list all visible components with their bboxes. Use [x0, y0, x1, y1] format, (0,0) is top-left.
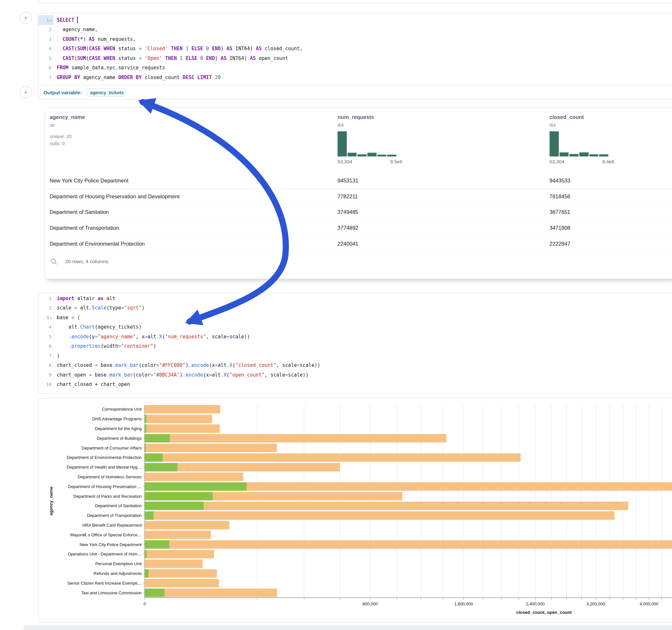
- histogram-bar: [559, 152, 569, 156]
- viewport-bottom-strip: [23, 626, 672, 630]
- table-row[interactable]: Department of Sanitation37494853677651: [45, 204, 672, 220]
- table-cell: 7618456: [549, 193, 570, 199]
- chart-output-cell: [38, 398, 672, 623]
- histogram-bar: [347, 153, 357, 156]
- histogram-bar: [589, 154, 599, 156]
- table-cell: 2222847: [549, 241, 570, 247]
- line-number: 1∨: [39, 15, 53, 25]
- add-cell-button[interactable]: +: [20, 12, 32, 24]
- line-number: 3: [39, 34, 53, 44]
- column-name: closed_count: [549, 114, 614, 120]
- histogram-bar: [579, 152, 589, 156]
- table-cell: 3749485: [337, 209, 358, 215]
- column-type: str: [50, 122, 85, 128]
- code-line[interactable]: 9chart_open = base.mark_bar(color="#8BC3…: [39, 370, 672, 380]
- result-table: agency_name str unique: 20 nulls: 0 num_…: [45, 107, 672, 279]
- line-number: 2: [39, 303, 53, 313]
- line-number: 6: [39, 342, 53, 351]
- histogram-min-label: 53,304: [337, 159, 352, 164]
- histogram-bar: [357, 154, 367, 156]
- code-line[interactable]: 2 agency_name,: [39, 25, 672, 35]
- table-row[interactable]: Department of Transportation377489234719…: [45, 220, 672, 236]
- table-cell: Department of Environmental Protection: [50, 241, 145, 247]
- histogram-bar: [599, 154, 608, 156]
- column-header-agency-name[interactable]: agency_name str unique: 20 nulls: 0: [50, 114, 85, 147]
- column-histogram: [337, 130, 397, 156]
- code-line[interactable]: 2scale = alt.Scale(type="sqrt"): [39, 303, 672, 313]
- line-number: 2: [39, 25, 53, 35]
- fold-chevron-icon[interactable]: ∨: [49, 316, 52, 319]
- search-icon[interactable]: [50, 258, 57, 265]
- code-line[interactable]: 1∨SELECT: [39, 15, 672, 25]
- table-cell: 9443533: [549, 177, 570, 184]
- column-name: num_requests: [337, 114, 402, 120]
- code-line[interactable]: 5 .encode(y="agency_name", x=alt.X("num_…: [39, 332, 672, 342]
- output-variable-pill[interactable]: agency_tickets: [87, 89, 125, 97]
- histogram-min-label: 53,304: [549, 159, 565, 164]
- line-number: 6: [39, 63, 53, 73]
- table-footer: 20 rows, 4 columns: [45, 252, 672, 271]
- table-row[interactable]: Department of Housing Preservation and D…: [45, 189, 672, 204]
- code-line[interactable]: 10chart_closed + chart_open: [39, 380, 672, 390]
- table-row[interactable]: New York City Police Department945313194…: [45, 173, 672, 189]
- table-cell: 2240041: [337, 241, 358, 247]
- line-number: 5: [39, 332, 53, 342]
- column-type: i64: [549, 122, 614, 128]
- table-cell: Department of Transportation: [50, 225, 119, 231]
- histogram-bar: [367, 153, 377, 156]
- table-cell: New York City Police Department: [50, 177, 128, 184]
- table-cell: 3677651: [549, 209, 570, 215]
- code-line[interactable]: 5 CAST(SUM(CASE WHEN status = 'Open' THE…: [39, 53, 672, 63]
- histogram-bar: [387, 154, 397, 156]
- table-body: New York City Police Department945313194…: [45, 173, 672, 252]
- histogram-max-label: 9.4e6: [602, 159, 614, 164]
- row-count-label: 20 rows, 4 columns: [65, 259, 109, 264]
- code-line[interactable]: 7GROUP BY agency_name ORDER BY closed_co…: [39, 73, 672, 82]
- previous-cell-edge: [38, 0, 672, 3]
- line-number: 8: [39, 361, 53, 370]
- line-number: 9: [39, 370, 53, 380]
- histogram-bar: [337, 131, 347, 156]
- code-line[interactable]: 8chart_closed = base.mark_bar(color="#FF…: [39, 361, 672, 370]
- column-name: agency_name: [50, 114, 85, 120]
- code-line[interactable]: 3∨base = (: [39, 313, 672, 322]
- column-histogram: [549, 130, 608, 156]
- histogram-bar: [549, 131, 559, 156]
- table-cell: 3774892: [337, 225, 358, 231]
- line-number: 4: [39, 322, 53, 332]
- sql-editor[interactable]: 1∨SELECT 2 agency_name,3 COUNT(*) AS num…: [39, 13, 672, 85]
- code-line[interactable]: 6FROM sample_data.nyc.service_requests: [39, 63, 672, 73]
- line-number: 1: [39, 294, 53, 303]
- code-line[interactable]: 4 alt.Chart(agency_tickets): [39, 322, 672, 332]
- column-header-num-requests[interactable]: num_requests i64 53,304 9.5e6: [337, 114, 402, 164]
- code-line[interactable]: 7): [39, 351, 672, 361]
- line-number: 7: [39, 351, 53, 361]
- table-cell: 9453131: [337, 177, 358, 184]
- line-number: 7: [39, 73, 53, 82]
- column-type: i64: [337, 122, 402, 128]
- line-number: 3∨: [39, 313, 53, 322]
- text-cursor: [77, 17, 78, 23]
- table-row[interactable]: Department of Environmental Protection22…: [45, 236, 672, 252]
- output-variable-row: Output variable: agency_tickets: [39, 85, 672, 100]
- code-line[interactable]: 1import altair as alt: [39, 294, 672, 303]
- line-number: 5: [39, 53, 53, 63]
- code-line[interactable]: 4 CAST(SUM(CASE WHEN status = 'Closed' T…: [39, 44, 672, 54]
- line-number: 10: [39, 380, 53, 390]
- histogram-max-label: 9.5e6: [390, 159, 402, 164]
- add-cell-button[interactable]: +: [20, 86, 32, 98]
- table-cell: 7782211: [337, 193, 358, 199]
- histogram-bar: [569, 154, 579, 156]
- fold-chevron-icon[interactable]: ∨: [49, 19, 52, 22]
- column-stat-unique: unique: 20: [50, 133, 85, 140]
- line-number: 4: [39, 44, 53, 54]
- histogram-bar: [377, 154, 387, 156]
- python-editor[interactable]: 1import altair as alt2scale = alt.Scale(…: [39, 293, 672, 392]
- code-line[interactable]: 6 .properties(width="container"): [39, 342, 672, 351]
- code-line[interactable]: 3 COUNT(*) AS num_requests,: [39, 34, 672, 44]
- table-cell: 3471908: [549, 225, 570, 231]
- column-header-closed-count[interactable]: closed_count i64 53,304 9.4e6: [549, 114, 614, 164]
- sql-cell: 1∨SELECT 2 agency_name,3 COUNT(*) AS num…: [38, 13, 672, 99]
- python-cell: 1import altair as alt2scale = alt.Scale(…: [38, 293, 672, 393]
- column-stat-nulls: nulls: 0: [50, 140, 85, 147]
